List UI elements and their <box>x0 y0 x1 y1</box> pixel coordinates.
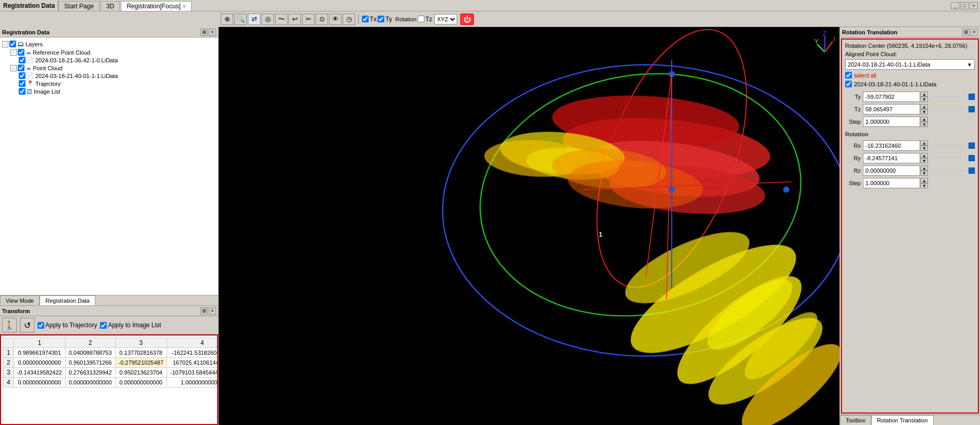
tool-cut[interactable]: ✂ <box>302 14 315 25</box>
check-layers[interactable] <box>9 41 16 47</box>
cell-2-3[interactable]: -0.279521025487 <box>115 358 167 368</box>
right-close-icon[interactable]: × <box>971 29 978 36</box>
ry-down-btn[interactable]: ▼ <box>921 158 928 163</box>
tab-3d[interactable]: 3D <box>100 1 120 11</box>
cell-3-2[interactable]: 0.276631329942 <box>65 368 115 378</box>
cell-1-3[interactable]: 0.137702816378 <box>115 348 167 358</box>
tool-circle[interactable]: ◎ <box>261 14 274 25</box>
rot-step-down-btn[interactable]: ▼ <box>921 183 928 188</box>
apply-trajectory-check[interactable] <box>37 322 44 329</box>
check-ref-cloud[interactable] <box>18 49 24 56</box>
tab-rotation-translation[interactable]: Rotation Translation <box>871 415 934 425</box>
rz-down-btn[interactable]: ▼ <box>921 171 928 176</box>
tab-view-mode[interactable]: View Mode <box>0 295 40 305</box>
tz-slider[interactable] <box>931 108 975 110</box>
tree-item-point-file[interactable]: 📄 2024-03-18-21-40-01-1-1.LiData <box>2 72 216 80</box>
check-tz-label[interactable]: Tz <box>418 16 432 23</box>
check-ty-label[interactable]: Ty <box>378 16 392 23</box>
tree-item-point-cloud[interactable]: - ☁ Point Cloud <box>2 64 216 72</box>
cloud-item-row[interactable]: 2024-03-18-21-40-01-1-1.LiData <box>845 81 975 87</box>
apply-imagelist-check[interactable] <box>100 322 107 329</box>
cloud-item-check[interactable] <box>845 81 852 87</box>
tz-input[interactable] <box>863 104 920 114</box>
ty-slider[interactable] <box>931 96 975 98</box>
transform-dock-icon[interactable]: ⊞ <box>200 307 208 315</box>
ry-up-btn[interactable]: ▲ <box>921 153 928 158</box>
right-dock-icon[interactable]: ⊞ <box>962 29 970 36</box>
check-tx[interactable] <box>362 16 369 22</box>
cell-1-2[interactable]: 0.040088788753 <box>65 348 115 358</box>
tool-rotate[interactable]: ⇄ <box>248 14 260 25</box>
close-button[interactable]: × <box>970 2 978 9</box>
transform-person-icon[interactable]: 🚶 <box>2 318 17 332</box>
step-down-btn[interactable]: ▼ <box>921 122 928 127</box>
rot-step-input[interactable] <box>863 178 920 188</box>
rx-input[interactable] <box>863 140 920 151</box>
ry-slider[interactable] <box>931 157 975 159</box>
rotation-select[interactable]: XYZ <box>434 14 457 24</box>
cell-2-2[interactable]: 0.960139571266 <box>65 358 115 368</box>
rx-down-btn[interactable]: ▼ <box>921 146 928 151</box>
check-point-file[interactable] <box>19 72 26 79</box>
check-imagelist[interactable] <box>19 88 26 95</box>
check-ty[interactable] <box>378 16 384 22</box>
power-button[interactable]: ⏻ <box>460 14 474 25</box>
transform-close-icon[interactable]: × <box>209 307 216 315</box>
tool-undo[interactable]: ↩ <box>288 14 301 25</box>
ry-input[interactable] <box>863 153 920 163</box>
cell-3-1[interactable]: -0.143419582422 <box>14 368 65 378</box>
tool-select[interactable]: ⊕ <box>221 14 233 25</box>
cell-2-1[interactable]: 0.000000000000 <box>14 358 65 368</box>
check-point-cloud[interactable] <box>18 65 24 71</box>
tz-down-btn[interactable]: ▼ <box>921 109 928 114</box>
cell-4-1[interactable]: 0.000000000000 <box>14 378 65 388</box>
step-up-btn[interactable]: ▲ <box>921 117 928 122</box>
apply-imagelist-label[interactable]: Apply to Image List <box>100 321 161 329</box>
close-panel-icon[interactable]: × <box>209 29 216 36</box>
ty-down-btn[interactable]: ▼ <box>921 97 928 102</box>
cell-4-4[interactable]: 1.000000000000 <box>167 378 218 388</box>
transform-rotate-icon[interactable]: ↺ <box>20 318 34 332</box>
tab-toolbox[interactable]: Toolbox <box>840 415 871 425</box>
tool-eye[interactable]: 👁 <box>329 14 342 25</box>
check-tz[interactable] <box>418 16 424 22</box>
ty-up-btn[interactable]: ▲ <box>921 92 928 97</box>
rot-step-up-btn[interactable]: ▲ <box>921 178 928 183</box>
tree-item-layers[interactable]: - 🗂 Layers <box>2 40 216 48</box>
check-tx-label[interactable]: Tx <box>362 16 376 23</box>
tab-close-icon[interactable]: × <box>183 3 186 9</box>
ty-input[interactable] <box>863 92 920 102</box>
cell-2-4[interactable]: 167025.411061443854 <box>167 358 218 368</box>
tool-zoom[interactable]: 🔍 <box>234 14 247 25</box>
tool-target[interactable]: ⊙ <box>316 14 328 25</box>
cell-3-3[interactable]: 0.950213623704 <box>115 368 167 378</box>
rx-up-btn[interactable]: ▲ <box>921 140 928 146</box>
cell-4-2[interactable]: 0.000000000000 <box>65 378 115 388</box>
rz-slider[interactable] <box>931 170 975 172</box>
tool-clock[interactable]: ◷ <box>343 14 355 25</box>
cell-1-1[interactable]: 0.989661974301 <box>14 348 65 358</box>
tab-registration-data[interactable]: Registration Data <box>40 295 95 305</box>
tz-up-btn[interactable]: ▲ <box>921 104 928 109</box>
tree-item-trajectory[interactable]: 📍 Trajectory <box>2 80 216 87</box>
tab-start-page[interactable]: Start Page <box>58 1 99 11</box>
tree-item-ref-file[interactable]: 📄 2024-03-18-21-36-42-1-0.LiData <box>2 56 216 64</box>
cell-1-4[interactable]: -162241.531826040125 <box>167 348 218 358</box>
cloud-dropdown[interactable]: 2024-03-18-21-40-01-1-1.LiData ▼ <box>845 59 975 70</box>
tool-wave[interactable]: 〜 <box>275 14 287 25</box>
rx-slider[interactable] <box>931 145 975 147</box>
cell-3-4[interactable]: -1079103.584544462152 <box>167 368 218 378</box>
tree-item-imagelist[interactable]: 🖼 Image List <box>2 87 216 95</box>
select-all-check[interactable] <box>845 72 852 79</box>
apply-trajectory-label[interactable]: Apply to Trajectory <box>37 321 97 329</box>
viewport[interactable]: 1 X Y Z <box>219 27 839 425</box>
maximize-button[interactable]: □ <box>960 2 969 9</box>
select-all-row[interactable]: select all <box>845 72 975 79</box>
minimize-button[interactable]: _ <box>951 2 959 9</box>
dock-icon[interactable]: ⊞ <box>200 29 208 36</box>
rz-up-btn[interactable]: ▲ <box>921 165 928 171</box>
rz-input[interactable] <box>863 165 920 176</box>
cell-4-3[interactable]: 0.000000000000 <box>115 378 167 388</box>
tab-registration[interactable]: Registration[Focus] × <box>121 1 192 11</box>
check-ref-file[interactable] <box>19 57 26 63</box>
